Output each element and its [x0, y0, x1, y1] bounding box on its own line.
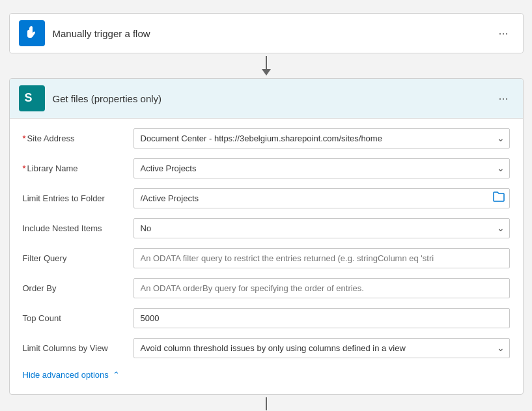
hide-advanced-button[interactable]: Hide advanced options ⌃ — [23, 366, 120, 384]
label-order-by: Order By — [23, 283, 133, 293]
limit-entries-input[interactable] — [133, 188, 510, 208]
label-filter-query: Filter Query — [23, 253, 133, 263]
field-row-include-nested: Include Nested Items No ⌄ — [23, 216, 510, 240]
trigger-more-button[interactable]: ··· — [493, 24, 513, 43]
arrow-head-1 — [262, 69, 271, 76]
select-wrapper-include-nested[interactable]: No ⌄ — [133, 218, 510, 238]
input-wrapper-limit-entries[interactable] — [133, 188, 510, 208]
control-library-name[interactable]: Active Projects ⌄ — [133, 158, 510, 178]
label-limit-entries: Limit Entries to Folder — [23, 193, 133, 203]
field-row-site-address: *Site Address Document Center - https://… — [23, 126, 510, 150]
include-nested-select[interactable]: No — [133, 218, 510, 238]
label-library-name: *Library Name — [23, 163, 133, 173]
control-site-address[interactable]: Document Center - https://3ebelgium.shar… — [133, 128, 510, 149]
label-limit-columns: Limit Columns by View — [23, 343, 133, 353]
label-include-nested: Include Nested Items — [23, 223, 133, 233]
filter-query-input[interactable] — [133, 248, 510, 268]
control-limit-entries[interactable] — [133, 188, 510, 208]
trigger-card-header: Manually trigger a flow ··· — [10, 14, 523, 53]
touch-icon — [24, 25, 40, 41]
trigger-title: Manually trigger a flow — [53, 28, 494, 39]
select-wrapper-library-name[interactable]: Active Projects ⌄ — [133, 158, 510, 178]
field-row-filter-query: Filter Query — [23, 246, 510, 270]
arrow-line-2 — [266, 397, 267, 410]
action-more-button[interactable]: ··· — [493, 89, 513, 108]
action-card-body: *Site Address Document Center - https://… — [10, 119, 523, 394]
arrow-line-1 — [266, 56, 267, 69]
field-row-top-count: Top Count — [23, 306, 510, 330]
action-card: S Get files (properties only) ··· *Site … — [9, 78, 524, 395]
required-star-1: * — [23, 134, 26, 143]
select-wrapper-site-address[interactable]: Document Center - https://3ebelgium.shar… — [133, 128, 510, 149]
arrow-1 — [262, 56, 271, 76]
control-top-count[interactable] — [133, 308, 510, 328]
library-name-select[interactable]: Active Projects — [133, 158, 510, 178]
control-order-by[interactable] — [133, 278, 510, 298]
field-row-limit-columns: Limit Columns by View Avoid column thres… — [23, 336, 510, 360]
sharepoint-icon: S — [19, 85, 45, 111]
control-filter-query[interactable] — [133, 248, 510, 268]
hide-advanced-label: Hide advanced options — [23, 370, 109, 380]
field-row-limit-entries: Limit Entries to Folder — [23, 186, 510, 210]
top-count-input[interactable] — [133, 308, 510, 328]
flow-container: Manually trigger a flow ··· S Get files … — [9, 13, 524, 411]
field-row-library-name: *Library Name Active Projects ⌄ — [23, 156, 510, 180]
label-top-count: Top Count — [23, 313, 133, 323]
site-address-select[interactable]: Document Center - https://3ebelgium.shar… — [133, 128, 510, 149]
field-row-order-by: Order By — [23, 276, 510, 300]
control-limit-columns[interactable]: Avoid column threshold issues by only us… — [133, 338, 510, 358]
limit-columns-select[interactable]: Avoid column threshold issues by only us… — [133, 338, 510, 358]
trigger-card-icon — [19, 20, 45, 46]
action-title: Get files (properties only) — [53, 93, 494, 104]
required-star-2: * — [23, 163, 26, 173]
order-by-input[interactable] — [133, 278, 510, 298]
sp-letter: S — [25, 91, 39, 106]
label-site-address: *Site Address — [23, 134, 133, 143]
trigger-card: Manually trigger a flow ··· — [9, 13, 524, 53]
action-card-header: S Get files (properties only) ··· — [10, 79, 523, 119]
control-include-nested[interactable]: No ⌄ — [133, 218, 510, 238]
arrow-2 — [266, 397, 267, 410]
chevron-up-icon: ⌃ — [113, 370, 120, 380]
select-wrapper-limit-columns[interactable]: Avoid column threshold issues by only us… — [133, 338, 510, 358]
